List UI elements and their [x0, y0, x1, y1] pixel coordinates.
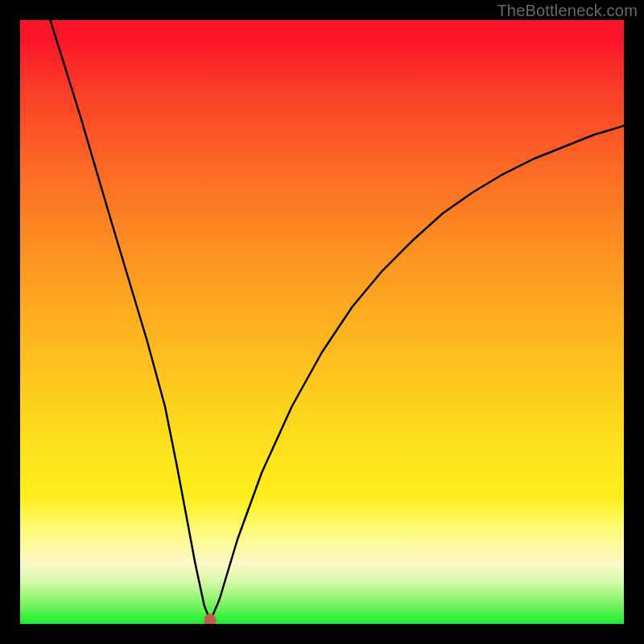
bottleneck-curve-path [51, 20, 625, 621]
optimal-point-marker [204, 613, 217, 624]
curve-svg [20, 20, 624, 624]
chart-container: TheBottleneck.com [0, 0, 644, 644]
plot-area [20, 20, 624, 624]
watermark-text: TheBottleneck.com [497, 2, 638, 20]
